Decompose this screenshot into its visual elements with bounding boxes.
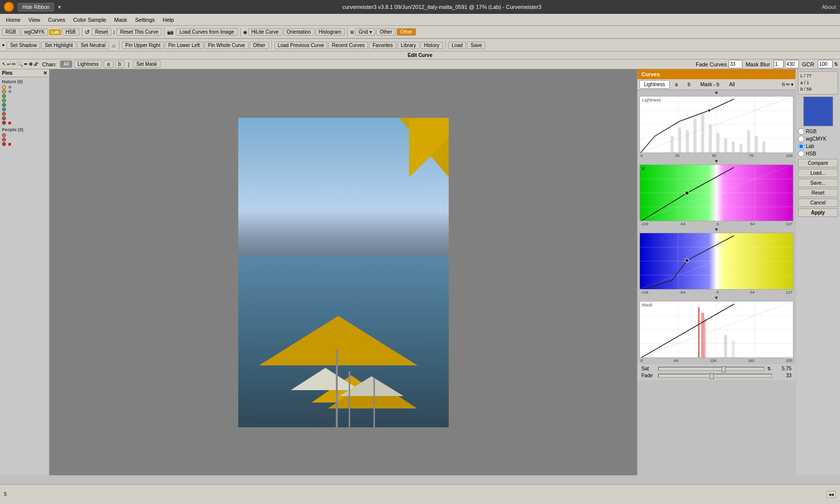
pin-item: [2, 116, 47, 120]
history-button[interactable]: History: [420, 42, 443, 49]
reset-group: ↺ Reset | Reset This Curve: [85, 28, 162, 36]
chan-a[interactable]: a: [104, 60, 113, 68]
set-mask-button[interactable]: Set Mask: [133, 60, 160, 68]
mode-lab[interactable]: Lab: [49, 29, 61, 35]
menu-icon[interactable]: ▾: [791, 82, 793, 87]
menu-color-sample[interactable]: Color Sample: [69, 15, 110, 24]
tab-b[interactable]: b: [683, 80, 695, 89]
pin-lower-left-button[interactable]: Pin Lower Left: [165, 42, 204, 49]
radio-lab[interactable]: Lab: [798, 143, 838, 150]
tool-magnify[interactable]: 🔍: [17, 61, 23, 67]
edit-curve-icon[interactable]: ✏: [786, 82, 790, 87]
menu-help[interactable]: Help: [159, 15, 178, 24]
chan-b[interactable]: b: [115, 60, 125, 68]
hilite-curve-button[interactable]: HiLite Curve: [248, 28, 282, 36]
save-btn[interactable]: Save: [467, 42, 485, 49]
canvas-area: [50, 69, 637, 475]
other-pin-button[interactable]: Other: [250, 42, 269, 49]
a-svg: [640, 165, 793, 221]
favorites-button[interactable]: Favorites: [369, 42, 396, 49]
cancel-button[interactable]: Cancel: [798, 199, 838, 207]
radio-rgb[interactable]: RGB: [798, 128, 838, 135]
mask-blur-input[interactable]: [774, 60, 784, 68]
gcr-input[interactable]: [818, 60, 833, 68]
menu-home[interactable]: Home: [2, 15, 24, 24]
histogram-button[interactable]: Histogram: [315, 28, 345, 36]
eyedropper-icon[interactable]: 🔬: [111, 43, 116, 48]
tool-select[interactable]: ↖: [2, 61, 6, 67]
recent-curves-button[interactable]: Recent Curves: [328, 42, 368, 49]
status-value: 5: [4, 492, 7, 497]
menu-view[interactable]: View: [24, 15, 44, 24]
tool-move[interactable]: ✥: [29, 61, 33, 67]
load-curves-button[interactable]: Load Curves from Image: [176, 28, 237, 36]
mode-rgb[interactable]: RGB: [2, 28, 20, 36]
a-info-label: a /: [800, 80, 805, 85]
tab-mask-b[interactable]: Mask - b: [696, 80, 724, 89]
grid-button[interactable]: Grid ▾: [355, 28, 375, 36]
set-neutral-button[interactable]: Set Neutral: [77, 42, 109, 49]
pin-whole-curve-button[interactable]: Pin Whole Curve: [205, 42, 249, 49]
compare-button[interactable]: Compare: [798, 159, 838, 167]
load-btn[interactable]: Load: [448, 42, 466, 49]
chan-all[interactable]: All: [60, 60, 72, 68]
hilite-group: ◉ HiLite Curve Orientation Histogram: [243, 28, 345, 36]
sat-slider[interactable]: [658, 367, 764, 371]
sat-arrows[interactable]: ⇅: [767, 366, 771, 371]
chan-lightness[interactable]: Lightness: [74, 60, 102, 68]
other-button-1[interactable]: Other: [376, 28, 396, 36]
radio-wgcmyk-input[interactable]: [798, 136, 804, 142]
radio-wgcmyk[interactable]: wgCMYK: [798, 136, 838, 142]
load-previous-button[interactable]: Load Previous Curve: [274, 42, 327, 49]
orientation-button[interactable]: Orientation: [283, 28, 315, 36]
copy-icon[interactable]: ⎘: [782, 82, 785, 87]
hide-ribbon-button[interactable]: Hide Ribbon: [18, 3, 54, 11]
l-info-val: 77: [806, 73, 811, 78]
save-button[interactable]: Save...: [798, 179, 838, 187]
apply-button[interactable]: Apply: [798, 208, 838, 217]
a-graph-container: ▼ a: [637, 158, 795, 227]
menu-settings[interactable]: Settings: [131, 15, 159, 24]
pin-inner: [8, 90, 11, 93]
gcr-arrows[interactable]: ⇅: [834, 61, 838, 67]
library-button[interactable]: Library: [397, 42, 420, 49]
radio-wgcmyk-label: wgCMYK: [806, 136, 827, 142]
pin-upper-right-button[interactable]: Pin Upper Right: [122, 42, 164, 49]
right-panel: L / 77 a / 1 b / 59 RGB wgCMYK Lab HSB C…: [795, 69, 840, 475]
tab-a[interactable]: a: [671, 80, 682, 89]
tool-undo[interactable]: ↩: [7, 61, 11, 67]
mode-hsb[interactable]: HSB: [62, 28, 79, 36]
status-arrow-left[interactable]: ◂◂: [826, 491, 836, 498]
load-button[interactable]: Load...: [798, 169, 838, 177]
mask-blur-val[interactable]: [785, 60, 799, 68]
radio-hsb-input[interactable]: [798, 151, 804, 157]
set-shadow-button[interactable]: Set Shadow: [6, 42, 40, 49]
menu-curves[interactable]: Curves: [44, 15, 69, 24]
reset-button[interactable]: Reset: [798, 189, 838, 197]
radio-lab-input[interactable]: [798, 143, 804, 150]
radio-rgb-input[interactable]: [798, 128, 804, 135]
curves-header: Curves: [637, 69, 795, 79]
fade-slider[interactable]: [658, 374, 772, 378]
menu-mask[interactable]: Mask: [110, 15, 131, 24]
tool-pen[interactable]: ✒: [24, 61, 28, 67]
pin-item: [2, 103, 47, 107]
about-button[interactable]: About: [822, 4, 836, 10]
set-highlight-button[interactable]: Set Highlight: [41, 42, 76, 49]
mode-wgcmyk[interactable]: wgCMYK: [21, 28, 49, 36]
fade-curves-input[interactable]: [729, 60, 742, 68]
other-button-2[interactable]: Other: [397, 28, 416, 36]
tab-lightness[interactable]: Lightness: [639, 80, 670, 89]
sat-thumb[interactable]: [722, 366, 726, 372]
people-section: People (3): [1, 126, 48, 148]
reset-this-curve-button[interactable]: Reset This Curve: [116, 28, 161, 36]
tool-brush[interactable]: ✏: [12, 61, 16, 67]
fade-thumb[interactable]: [710, 373, 714, 379]
tab-all[interactable]: All: [725, 80, 739, 89]
reset-button[interactable]: Reset: [92, 28, 111, 36]
app-icon: [4, 2, 14, 12]
b-x4: 127: [786, 290, 792, 295]
tool-eyedropper[interactable]: 🖇: [34, 61, 39, 67]
pins-close-button[interactable]: ✕: [43, 70, 47, 76]
radio-hsb[interactable]: HSB: [798, 151, 838, 157]
